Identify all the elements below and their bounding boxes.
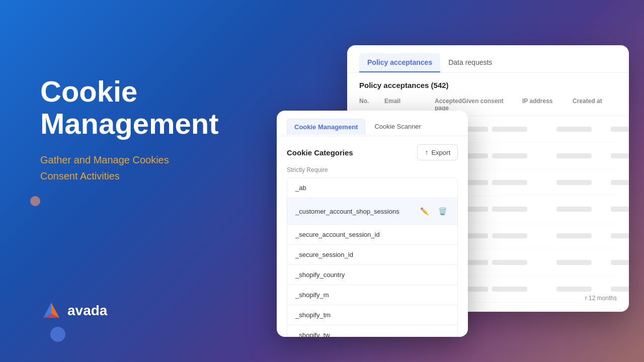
deco-circle-2: [50, 327, 65, 342]
col-accepted-page: Accepted page: [435, 98, 462, 112]
cookie-content: Cookie Categories ↑ Export Strictly Requ…: [277, 136, 468, 337]
cookie-list-item[interactable]: _shopify_tw: [287, 325, 457, 337]
logo-area: avada: [40, 300, 107, 322]
policy-panel-note: r 12 months: [585, 295, 617, 302]
main-title: Cookie Management: [40, 75, 219, 140]
cookie-categories-header: Cookie Categories ↑ Export: [287, 144, 458, 160]
cookie-list-item[interactable]: _shopify_tm: [287, 305, 457, 325]
cookie-item-name: _shopify_country: [295, 271, 345, 279]
cookie-list-item[interactable]: _ab: [287, 178, 457, 198]
col-given-consent: Given consent: [462, 98, 522, 112]
cookie-item-name: _secure_session_id: [295, 251, 353, 258]
cookie-list-item[interactable]: _customer_account_shop_sessions✏️🗑️: [287, 198, 457, 225]
cookie-list-item[interactable]: _secure_account_session_id: [287, 225, 457, 245]
cookie-item-name: _shopify_tw: [295, 331, 330, 337]
cookie-list-item[interactable]: _shopify_country: [287, 265, 457, 285]
cookie-item-actions: ✏️🗑️: [417, 204, 449, 218]
left-content: Cookie Management Gather and Manage Cook…: [40, 75, 219, 184]
cookie-item-name: _shopify_tm: [295, 311, 331, 319]
cookie-list-item[interactable]: _secure_session_id: [287, 245, 457, 265]
cookie-item-name: _ab: [295, 184, 306, 192]
cookie-list-item[interactable]: _shopify_m: [287, 285, 457, 305]
col-created-at: Created at: [573, 98, 623, 112]
col-ip-address: IP address: [522, 98, 573, 112]
deco-circle: [30, 196, 40, 206]
policy-tabs: Policy acceptances Data requests: [347, 45, 629, 73]
cookie-list: _ab_customer_account_shop_sessions✏️🗑️_s…: [287, 177, 458, 337]
cookie-panel: Cookie Management Cookie Scanner Cookie …: [277, 111, 468, 337]
cookie-categories-title: Cookie Categories: [287, 148, 353, 157]
export-icon: ↑: [425, 148, 428, 156]
strictly-require-label: Strictly Require: [287, 166, 458, 173]
policy-heading: Policy acceptances (542): [347, 73, 629, 94]
col-no: No.: [359, 98, 384, 112]
cookie-item-name: _shopify_m: [295, 291, 329, 299]
export-button[interactable]: ↑ Export: [417, 144, 458, 160]
cookie-item-name: _customer_account_shop_sessions: [295, 208, 399, 215]
col-email: Email: [384, 98, 435, 112]
edit-cookie-icon[interactable]: ✏️: [417, 204, 431, 218]
cookie-item-name: _secure_account_session_id: [295, 231, 380, 238]
subtitle: Gather and Manage Cookies Consent Activi…: [40, 152, 219, 184]
delete-cookie-icon[interactable]: 🗑️: [435, 204, 449, 218]
cookie-tab-scanner[interactable]: Cookie Scanner: [367, 119, 428, 136]
logo-text: avada: [67, 303, 107, 319]
cookie-tab-management[interactable]: Cookie Management: [287, 119, 365, 136]
policy-tab-active[interactable]: Policy acceptances: [359, 53, 440, 72]
cookie-tabs: Cookie Management Cookie Scanner: [277, 111, 468, 136]
policy-tab-data-requests[interactable]: Data requests: [440, 53, 500, 72]
avada-logo-icon: [40, 300, 62, 322]
